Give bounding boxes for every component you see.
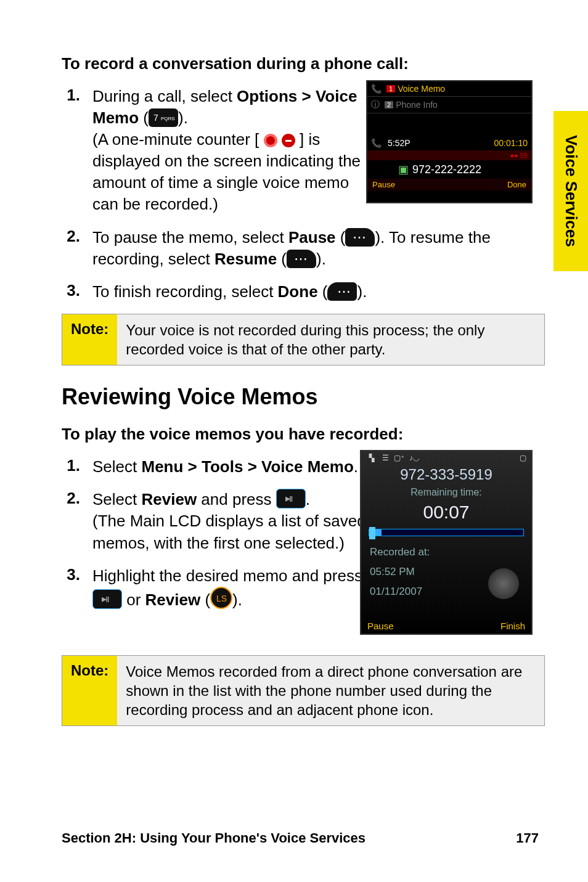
page-footer: Section 2H: Using Your Phone's Voice Ser… [62,830,539,846]
softkey-right: Finish [500,621,525,631]
remaining-label: Remaining time: [361,487,531,498]
key-7-icon [149,108,178,127]
tab-label: Phone Info [396,100,438,110]
play-pause-key-icon [276,489,306,508]
footer-section: Section 2H: Using Your Phone's Voice Ser… [62,830,365,846]
step-text: or [122,590,145,609]
step-bold: Pause [288,228,336,247]
clock-time: 5:52P [388,138,488,148]
phone-number: 972-222-2222 [412,163,481,176]
counter: 55 [520,152,528,159]
step-number: 1. [62,86,80,216]
info-icon: ⓘ [371,99,380,110]
rec-indicator-icon: ●● [510,152,518,159]
step-text: ( [336,228,346,247]
phone-screenshot-call: 📞1Voice Memo ⓘ2Phone Info 📞5:52P00:01:10… [366,80,533,203]
step-text: ( [277,250,287,268]
step-text: (The Main LCD displays a list of saved m… [92,512,366,552]
note-text: Your voice is not recorded during this p… [117,314,544,365]
step-bold: Menu > Tools > Voice Memo [142,457,354,476]
record-icon [264,134,277,147]
step-bold: Done [278,282,318,301]
note-label: Note: [62,656,117,726]
signal-icon: ▝▖ [366,454,377,462]
step-text: ). [178,108,188,127]
step-text: ( [200,590,210,609]
step-text: . [354,457,358,476]
phone-screenshot-memo: ▝▖☰▢⁺♪◡▢ 972-333-5919 Remaining time: 00… [360,450,533,635]
step-number: 1. [62,456,80,478]
note-text: Voice Memos recorded from a direct phone… [117,656,544,726]
vibrate-icon: ▢⁺ [394,454,404,462]
note-label: Note: [62,314,117,365]
microphone-icon [488,568,519,599]
step-text: ). [316,250,326,268]
note-box: Note: Your voice is not recorded during … [62,314,545,365]
step-number: 3. [62,281,80,303]
stop-icon [282,134,295,147]
step-text: To finish recording, select [92,282,278,301]
step-text: . [306,490,310,508]
step-number: 3. [62,565,80,611]
recorded-at-label: Recorded at: [361,542,531,562]
play-pause-key-icon [92,589,122,609]
softkey-dots-left-icon [327,282,357,301]
phone-icon: 📞 [371,138,382,148]
step-bold: Review [145,590,201,609]
page-number: 177 [516,830,539,846]
ls-key-icon [210,587,232,609]
section2-intro: To play the voice memos you have recorde… [62,425,545,444]
step-bold: Review [142,490,197,508]
tab-index: 1 [386,85,395,92]
softkey-right: Done [507,180,526,189]
step-text: To pause the memo, select [92,228,288,247]
softkey-dots-icon [345,228,375,247]
step-text: Highlight the desired memo and press [92,566,362,585]
tab-index: 2 [385,101,393,108]
step-text: During a call, select [92,87,237,105]
step-text: Select [92,457,142,476]
note-box: Note: Voice Memos recorded from a direct… [62,655,545,727]
step-text: ). [232,590,242,609]
step-text: (A one-minute counter [ [92,130,259,149]
phone-icon: 📞 [371,84,382,94]
step-text: and press [197,490,276,508]
softkey-left: Pause [372,180,395,189]
status-bar: ▝▖☰▢⁺♪◡▢ [361,451,531,465]
tab-label: Voice Memo [398,84,445,94]
sound-icon: ♪◡ [409,454,419,462]
section1-intro: To record a conversation during a phone … [62,54,545,73]
step-number: 2. [62,227,80,270]
progress-bar [369,529,524,536]
softkey-left: Pause [367,621,394,631]
softkey-dots-icon [287,250,316,268]
memo-phone-number: 972-333-5919 [361,466,531,483]
step-bold: Resume [214,250,277,268]
contact-icon: ▣ [398,163,409,176]
section-side-tab: Voice Services [553,111,588,271]
step-text: ( [318,282,328,301]
step-text: ). [357,282,367,301]
section-heading: Reviewing Voice Memos [62,384,545,410]
step-text: ( [139,108,149,127]
step-number: 2. [62,489,80,553]
remaining-time: 00:07 [361,502,531,523]
battery-icon: ▢ [520,454,526,462]
status-icon: ☰ [382,454,389,462]
step-text: Select [92,490,142,508]
side-tab-label: Voice Services [561,135,581,247]
elapsed-time: 00:01:10 [494,138,528,148]
